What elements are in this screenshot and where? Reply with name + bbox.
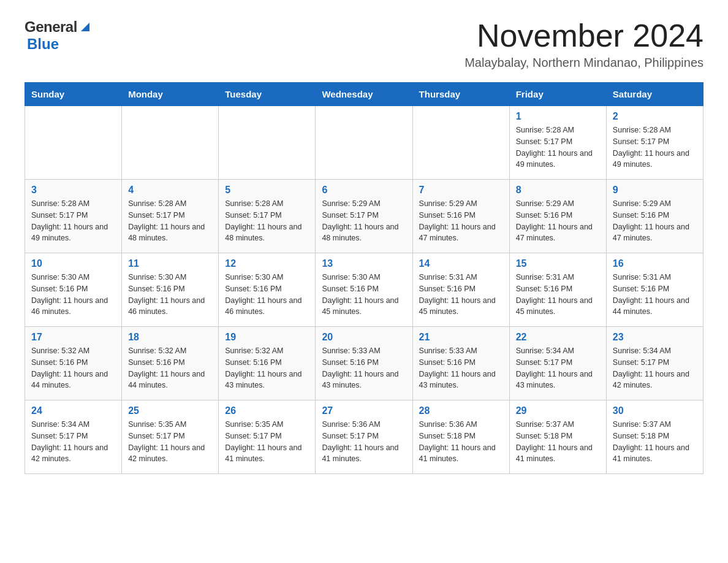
calendar-cell: 23Sunrise: 5:34 AMSunset: 5:17 PMDayligh… xyxy=(606,327,703,400)
day-info: Sunrise: 5:32 AMSunset: 5:16 PMDaylight:… xyxy=(31,345,115,391)
day-number: 14 xyxy=(419,258,503,269)
calendar-cell xyxy=(219,106,316,180)
calendar-cell: 7Sunrise: 5:29 AMSunset: 5:16 PMDaylight… xyxy=(412,180,509,253)
weekday-header-thursday: Thursday xyxy=(412,83,509,106)
title-area: November 2024 Malaybalay, Northern Minda… xyxy=(464,18,703,70)
day-info: Sunrise: 5:33 AMSunset: 5:16 PMDaylight:… xyxy=(419,345,503,391)
day-info: Sunrise: 5:36 AMSunset: 5:18 PMDaylight:… xyxy=(419,419,503,465)
calendar-cell xyxy=(122,106,219,180)
calendar-cell: 15Sunrise: 5:31 AMSunset: 5:16 PMDayligh… xyxy=(509,253,606,327)
day-number: 11 xyxy=(128,258,212,269)
month-title: November 2024 xyxy=(464,18,703,53)
day-info: Sunrise: 5:33 AMSunset: 5:16 PMDaylight:… xyxy=(322,345,406,391)
day-info: Sunrise: 5:37 AMSunset: 5:18 PMDaylight:… xyxy=(613,419,697,465)
calendar-cell: 24Sunrise: 5:34 AMSunset: 5:17 PMDayligh… xyxy=(25,400,122,474)
day-info: Sunrise: 5:32 AMSunset: 5:16 PMDaylight:… xyxy=(128,345,212,391)
day-info: Sunrise: 5:30 AMSunset: 5:16 PMDaylight:… xyxy=(128,272,212,318)
weekday-header-monday: Monday xyxy=(122,83,219,106)
logo-general-text: General xyxy=(25,18,77,36)
day-info: Sunrise: 5:28 AMSunset: 5:17 PMDaylight:… xyxy=(31,198,115,244)
day-info: Sunrise: 5:29 AMSunset: 5:16 PMDaylight:… xyxy=(613,198,697,244)
week-row-2: 3Sunrise: 5:28 AMSunset: 5:17 PMDaylight… xyxy=(25,180,703,253)
logo-triangle-icon xyxy=(78,20,92,34)
day-number: 28 xyxy=(419,405,503,416)
day-info: Sunrise: 5:35 AMSunset: 5:17 PMDaylight:… xyxy=(225,419,309,465)
calendar-cell: 8Sunrise: 5:29 AMSunset: 5:16 PMDaylight… xyxy=(509,180,606,253)
day-info: Sunrise: 5:36 AMSunset: 5:17 PMDaylight:… xyxy=(322,419,406,465)
calendar-cell: 9Sunrise: 5:29 AMSunset: 5:16 PMDaylight… xyxy=(606,180,703,253)
day-number: 22 xyxy=(516,332,600,343)
day-info: Sunrise: 5:28 AMSunset: 5:17 PMDaylight:… xyxy=(613,124,697,170)
calendar-cell: 27Sunrise: 5:36 AMSunset: 5:17 PMDayligh… xyxy=(316,400,412,474)
weekday-header-sunday: Sunday xyxy=(25,83,122,106)
calendar-cell: 30Sunrise: 5:37 AMSunset: 5:18 PMDayligh… xyxy=(606,400,703,474)
calendar-cell: 11Sunrise: 5:30 AMSunset: 5:16 PMDayligh… xyxy=(122,253,219,327)
calendar-cell: 28Sunrise: 5:36 AMSunset: 5:18 PMDayligh… xyxy=(412,400,509,474)
calendar-cell xyxy=(412,106,509,180)
calendar-cell: 14Sunrise: 5:31 AMSunset: 5:16 PMDayligh… xyxy=(412,253,509,327)
weekday-header-wednesday: Wednesday xyxy=(316,83,412,106)
day-info: Sunrise: 5:30 AMSunset: 5:16 PMDaylight:… xyxy=(31,272,115,318)
logo-blue-text: Blue xyxy=(27,36,59,53)
calendar-cell: 4Sunrise: 5:28 AMSunset: 5:17 PMDaylight… xyxy=(122,180,219,253)
calendar-cell: 26Sunrise: 5:35 AMSunset: 5:17 PMDayligh… xyxy=(219,400,316,474)
calendar-cell: 13Sunrise: 5:30 AMSunset: 5:16 PMDayligh… xyxy=(316,253,412,327)
svg-marker-0 xyxy=(81,23,89,31)
calendar-cell: 19Sunrise: 5:32 AMSunset: 5:16 PMDayligh… xyxy=(219,327,316,400)
weekday-header-friday: Friday xyxy=(509,83,606,106)
weekday-header-tuesday: Tuesday xyxy=(219,83,316,106)
calendar-cell xyxy=(316,106,412,180)
day-info: Sunrise: 5:31 AMSunset: 5:16 PMDaylight:… xyxy=(419,272,503,318)
day-info: Sunrise: 5:32 AMSunset: 5:16 PMDaylight:… xyxy=(225,345,309,391)
day-number: 29 xyxy=(516,405,600,416)
location-subtitle: Malaybalay, Northern Mindanao, Philippin… xyxy=(464,56,703,70)
day-info: Sunrise: 5:34 AMSunset: 5:17 PMDaylight:… xyxy=(613,345,697,391)
day-info: Sunrise: 5:28 AMSunset: 5:17 PMDaylight:… xyxy=(128,198,212,244)
day-number: 5 xyxy=(225,185,309,196)
day-info: Sunrise: 5:29 AMSunset: 5:16 PMDaylight:… xyxy=(419,198,503,244)
calendar-cell: 22Sunrise: 5:34 AMSunset: 5:17 PMDayligh… xyxy=(509,327,606,400)
day-number: 15 xyxy=(516,258,600,269)
week-row-4: 17Sunrise: 5:32 AMSunset: 5:16 PMDayligh… xyxy=(25,327,703,400)
day-info: Sunrise: 5:31 AMSunset: 5:16 PMDaylight:… xyxy=(516,272,600,318)
week-row-5: 24Sunrise: 5:34 AMSunset: 5:17 PMDayligh… xyxy=(25,400,703,474)
day-number: 1 xyxy=(516,111,600,122)
calendar-cell: 16Sunrise: 5:31 AMSunset: 5:16 PMDayligh… xyxy=(606,253,703,327)
calendar-cell xyxy=(25,106,122,180)
day-number: 20 xyxy=(322,332,406,343)
day-info: Sunrise: 5:29 AMSunset: 5:16 PMDaylight:… xyxy=(516,198,600,244)
weekday-header-row: SundayMondayTuesdayWednesdayThursdayFrid… xyxy=(25,83,703,106)
day-number: 7 xyxy=(419,185,503,196)
day-number: 8 xyxy=(516,185,600,196)
calendar-cell: 1Sunrise: 5:28 AMSunset: 5:17 PMDaylight… xyxy=(509,106,606,180)
day-info: Sunrise: 5:34 AMSunset: 5:17 PMDaylight:… xyxy=(516,345,600,391)
day-number: 6 xyxy=(322,185,406,196)
day-number: 16 xyxy=(613,258,697,269)
day-info: Sunrise: 5:30 AMSunset: 5:16 PMDaylight:… xyxy=(322,272,406,318)
day-number: 26 xyxy=(225,405,309,416)
day-info: Sunrise: 5:37 AMSunset: 5:18 PMDaylight:… xyxy=(516,419,600,465)
day-info: Sunrise: 5:28 AMSunset: 5:17 PMDaylight:… xyxy=(516,124,600,170)
day-number: 18 xyxy=(128,332,212,343)
week-row-1: 1Sunrise: 5:28 AMSunset: 5:17 PMDaylight… xyxy=(25,106,703,180)
calendar-cell: 10Sunrise: 5:30 AMSunset: 5:16 PMDayligh… xyxy=(25,253,122,327)
day-number: 13 xyxy=(322,258,406,269)
day-info: Sunrise: 5:35 AMSunset: 5:17 PMDaylight:… xyxy=(128,419,212,465)
day-number: 3 xyxy=(31,185,115,196)
day-info: Sunrise: 5:34 AMSunset: 5:17 PMDaylight:… xyxy=(31,419,115,465)
calendar-cell: 25Sunrise: 5:35 AMSunset: 5:17 PMDayligh… xyxy=(122,400,219,474)
calendar-cell: 18Sunrise: 5:32 AMSunset: 5:16 PMDayligh… xyxy=(122,327,219,400)
calendar-cell: 17Sunrise: 5:32 AMSunset: 5:16 PMDayligh… xyxy=(25,327,122,400)
day-number: 12 xyxy=(225,258,309,269)
day-number: 25 xyxy=(128,405,212,416)
day-number: 30 xyxy=(613,405,697,416)
day-info: Sunrise: 5:30 AMSunset: 5:16 PMDaylight:… xyxy=(225,272,309,318)
day-info: Sunrise: 5:28 AMSunset: 5:17 PMDaylight:… xyxy=(225,198,309,244)
day-number: 10 xyxy=(31,258,115,269)
calendar-cell: 2Sunrise: 5:28 AMSunset: 5:17 PMDaylight… xyxy=(606,106,703,180)
weekday-header-saturday: Saturday xyxy=(606,83,703,106)
day-info: Sunrise: 5:31 AMSunset: 5:16 PMDaylight:… xyxy=(613,272,697,318)
calendar-cell: 5Sunrise: 5:28 AMSunset: 5:17 PMDaylight… xyxy=(219,180,316,253)
day-number: 2 xyxy=(613,111,697,122)
week-row-3: 10Sunrise: 5:30 AMSunset: 5:16 PMDayligh… xyxy=(25,253,703,327)
